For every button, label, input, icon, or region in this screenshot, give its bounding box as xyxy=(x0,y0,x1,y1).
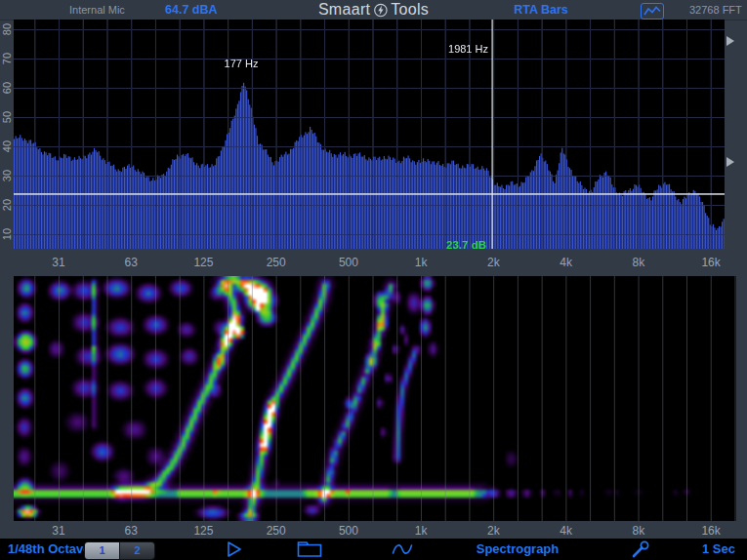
freq-tick-label: 8k xyxy=(632,524,644,538)
app-title-right: Tools xyxy=(391,1,429,19)
upper-range-marker[interactable] xyxy=(726,36,734,46)
rta-plot-canvas[interactable] xyxy=(14,20,725,249)
freq-tick-label: 1k xyxy=(415,256,428,269)
db-tick-label: 20 xyxy=(1,199,13,211)
freq-tick-label: 16k xyxy=(701,524,720,538)
smaart-app-window: Internal Mic 64.7 dBA Smaart Tools RTA B… xyxy=(0,0,747,560)
view-mode-label[interactable]: RTA Bars xyxy=(514,0,568,20)
db-tick-label: 30 xyxy=(1,170,13,181)
freq-tick-label: 16k xyxy=(701,256,720,269)
bank-segmented-control: 1 2 xyxy=(84,541,155,560)
freq-tick-label: 2k xyxy=(487,256,500,269)
freq-tick-label: 4k xyxy=(560,524,572,538)
app-title: Smaart Tools xyxy=(318,0,429,20)
freq-tick-label: 500 xyxy=(339,524,358,538)
bank-2-button[interactable]: 2 xyxy=(120,542,154,559)
freq-tick-label: 125 xyxy=(193,256,213,269)
freq-tick-label: 1k xyxy=(415,524,428,538)
freq-tick-label: 31 xyxy=(52,256,64,269)
spl-readout[interactable]: 64.7 dBA xyxy=(165,0,218,20)
fft-size-label[interactable]: 32768 FFT xyxy=(689,0,742,20)
play-button[interactable] xyxy=(226,540,243,560)
db-tick-label: 70 xyxy=(1,53,13,64)
folder-button[interactable] xyxy=(297,540,322,560)
resolution-button[interactable]: 1/48th Octave xyxy=(8,539,91,560)
freq-tick-label: 250 xyxy=(267,256,286,269)
db-tick-label: 80 xyxy=(1,23,13,35)
cursor-level-label: 23.7 dB xyxy=(446,239,486,251)
freq-tick-label: 500 xyxy=(339,256,358,269)
spectrograph-canvas[interactable] xyxy=(14,276,736,521)
speed-button[interactable]: 1 Sec xyxy=(702,539,735,560)
transport-toolbar: 1/48th Octave 1 2 Spectrograph 1 Sec xyxy=(0,539,747,560)
freq-tick-label: 8k xyxy=(632,256,644,269)
freq-tick-label: 125 xyxy=(193,524,213,538)
app-title-left: Smaart xyxy=(318,1,370,19)
peak-frequency-label: 177 Hz xyxy=(225,58,259,69)
lower-range-marker[interactable] xyxy=(726,157,734,167)
db-tick-label: 10 xyxy=(1,228,13,240)
input-source-label[interactable]: Internal Mic xyxy=(69,0,125,20)
bank-1-button[interactable]: 1 xyxy=(85,542,120,559)
freq-tick-label: 63 xyxy=(125,524,138,538)
freq-tick-label: 2k xyxy=(487,524,500,538)
db-tick-label: 50 xyxy=(1,111,13,123)
db-tick-label: 60 xyxy=(1,82,13,94)
top-status-bar: Internal Mic 64.7 dBA Smaart Tools RTA B… xyxy=(0,0,747,20)
freq-tick-label: 63 xyxy=(125,256,138,269)
settings-wrench-button[interactable] xyxy=(630,540,651,560)
freq-tick-label: 31 xyxy=(52,524,64,538)
view-select-button[interactable]: Spectrograph xyxy=(477,539,560,560)
freq-tick-label: 4k xyxy=(560,256,572,269)
bolt-logo-icon xyxy=(373,3,388,18)
freq-tick-label: 250 xyxy=(267,524,286,538)
chart-mode-icon[interactable] xyxy=(641,3,664,20)
cursor-frequency-label: 1981 Hz xyxy=(448,43,488,55)
generator-button[interactable] xyxy=(392,541,413,560)
db-tick-label: 40 xyxy=(1,140,13,152)
